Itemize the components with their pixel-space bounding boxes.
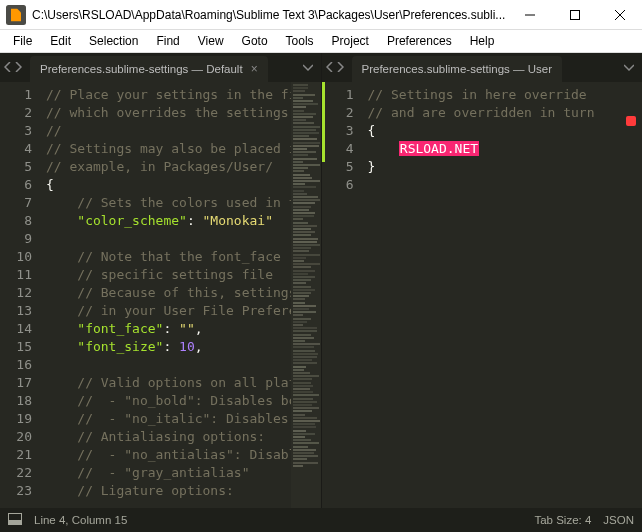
status-tab-size[interactable]: Tab Size: 4 (534, 514, 591, 526)
right-gutter: 123456 (322, 82, 366, 508)
menu-item-view[interactable]: View (189, 31, 233, 51)
left-pane: Preferences.sublime-settings — Default ×… (0, 53, 322, 508)
menu-item-edit[interactable]: Edit (41, 31, 80, 51)
svg-rect-1 (570, 10, 579, 19)
close-button[interactable] (597, 0, 642, 30)
editor-area: Preferences.sublime-settings — Default ×… (0, 53, 642, 508)
menubar: FileEditSelectionFindViewGotoToolsProjec… (0, 30, 642, 53)
panel-switch-icon[interactable] (8, 513, 22, 527)
tab-nav-arrows[interactable] (0, 53, 26, 82)
left-minimap[interactable] (291, 82, 321, 508)
chevron-right-icon (336, 61, 344, 75)
window-controls (507, 0, 642, 30)
modified-indicator (322, 82, 325, 162)
minimize-button[interactable] (507, 0, 552, 30)
menu-item-help[interactable]: Help (461, 31, 504, 51)
chevron-left-icon (4, 61, 12, 75)
tab-label: Preferences.sublime-settings — User (362, 63, 552, 75)
app-icon (6, 5, 26, 25)
chevron-right-icon (14, 61, 22, 75)
left-tabbar: Preferences.sublime-settings — Default × (0, 53, 321, 82)
right-pane: Preferences.sublime-settings — User 1234… (322, 53, 643, 508)
menu-item-file[interactable]: File (4, 31, 41, 51)
left-code-area[interactable]: 1234567891011121314151617181920212223 //… (0, 82, 321, 508)
status-position[interactable]: Line 4, Column 15 (34, 514, 127, 526)
status-syntax[interactable]: JSON (603, 514, 634, 526)
statusbar: Line 4, Column 15 Tab Size: 4 JSON (0, 508, 642, 532)
menu-item-selection[interactable]: Selection (80, 31, 147, 51)
tab-dropdown-button[interactable] (295, 53, 321, 82)
maximize-button[interactable] (552, 0, 597, 30)
window-titlebar: C:\Users\RSLOAD\AppData\Roaming\Sublime … (0, 0, 642, 30)
left-code[interactable]: // Place your settings in the file// whi… (44, 82, 291, 508)
menu-item-preferences[interactable]: Preferences (378, 31, 461, 51)
left-gutter: 1234567891011121314151617181920212223 (0, 82, 44, 508)
tab-dropdown-button[interactable] (616, 53, 642, 82)
svg-rect-3 (9, 520, 22, 525)
menu-item-goto[interactable]: Goto (233, 31, 277, 51)
window-title: C:\Users\RSLOAD\AppData\Roaming\Sublime … (32, 8, 507, 22)
menu-item-tools[interactable]: Tools (277, 31, 323, 51)
menu-item-find[interactable]: Find (147, 31, 188, 51)
unsaved-dot-icon (626, 116, 636, 126)
right-tab[interactable]: Preferences.sublime-settings — User (352, 56, 562, 82)
right-tabbar: Preferences.sublime-settings — User (322, 53, 643, 82)
tab-label: Preferences.sublime-settings — Default (40, 63, 243, 75)
tab-close-icon[interactable]: × (251, 62, 258, 76)
right-code-area[interactable]: 123456 // Settings in here override// an… (322, 82, 643, 508)
tab-nav-arrows[interactable] (322, 53, 348, 82)
menu-item-project[interactable]: Project (323, 31, 378, 51)
right-code[interactable]: // Settings in here override// and are o… (366, 82, 643, 508)
left-tab[interactable]: Preferences.sublime-settings — Default × (30, 56, 268, 82)
chevron-left-icon (326, 61, 334, 75)
